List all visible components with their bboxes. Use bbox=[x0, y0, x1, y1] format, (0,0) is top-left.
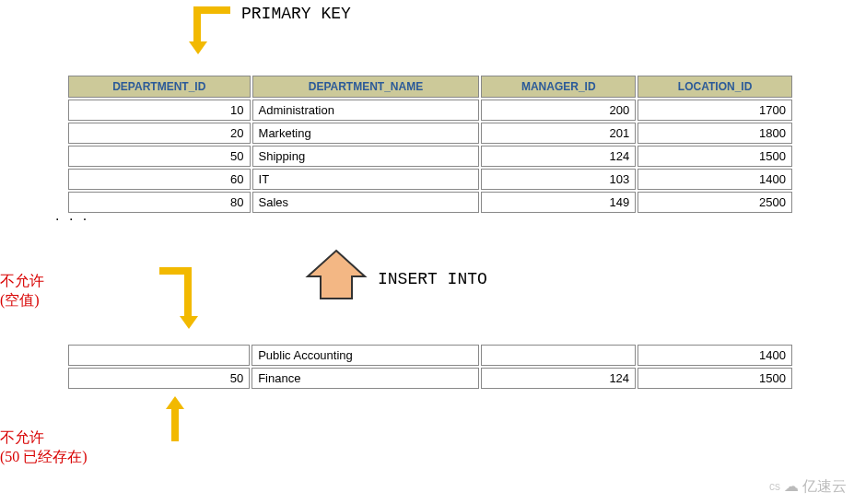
cloud-icon: ☁ bbox=[784, 478, 799, 494]
insert-rows-table: Public Accounting 1400 50 Finance 124 15… bbox=[66, 343, 794, 391]
watermark-brand: ☁ 亿速云 bbox=[784, 477, 847, 497]
cell-name: Administration bbox=[252, 100, 480, 121]
cell-name: Marketing bbox=[252, 123, 480, 144]
cell-loc: 1500 bbox=[638, 368, 792, 389]
label-insert-into: INSERT INTO bbox=[378, 270, 487, 288]
label-not-allowed-null: 不允许 (空值) bbox=[0, 272, 44, 311]
table-row: 50 Finance 124 1500 bbox=[68, 368, 792, 389]
col-department-name: DEPARTMENT_NAME bbox=[252, 76, 480, 98]
table-row: 60 IT 103 1400 bbox=[68, 169, 792, 190]
table-row: 10 Administration 200 1700 bbox=[68, 100, 792, 121]
cell-name: IT bbox=[252, 169, 480, 190]
cell-mgr: 149 bbox=[481, 192, 636, 213]
table-row: 20 Marketing 201 1800 bbox=[68, 123, 792, 144]
table-row: 50 Shipping 124 1500 bbox=[68, 146, 792, 167]
label-primary-key: PRIMARY KEY bbox=[241, 5, 351, 23]
cell-id: 50 bbox=[68, 368, 250, 389]
table-row: 80 Sales 149 2500 bbox=[68, 192, 792, 213]
cell-loc: 2500 bbox=[638, 192, 792, 213]
cell-loc: 1700 bbox=[638, 100, 792, 121]
cell-name: Public Accounting bbox=[252, 345, 479, 366]
cell-name: Sales bbox=[252, 192, 480, 213]
cell-id: 60 bbox=[68, 169, 251, 190]
label-line1: 不允许 bbox=[0, 272, 44, 291]
cell-id: 20 bbox=[68, 123, 251, 144]
cell-mgr: 124 bbox=[481, 368, 636, 389]
col-department-id: DEPARTMENT_ID bbox=[68, 76, 251, 98]
cell-id: 80 bbox=[68, 192, 251, 213]
cell-id: 10 bbox=[68, 100, 251, 121]
cell-name: Finance bbox=[252, 368, 479, 389]
col-manager-id: MANAGER_ID bbox=[481, 76, 636, 98]
cell-loc: 1500 bbox=[638, 146, 792, 167]
cell-name: Shipping bbox=[252, 146, 480, 167]
cell-id bbox=[68, 345, 250, 366]
ellipsis: . . . bbox=[55, 207, 89, 224]
col-location-id: LOCATION_ID bbox=[638, 76, 792, 98]
cell-mgr bbox=[481, 345, 636, 366]
watermark-cs: cs bbox=[769, 480, 780, 493]
table-header-row: DEPARTMENT_ID DEPARTMENT_NAME MANAGER_ID… bbox=[68, 76, 792, 98]
label-not-allowed-duplicate: 不允许 (50 已经存在) bbox=[0, 428, 88, 467]
svg-marker-0 bbox=[308, 251, 365, 299]
cell-mgr: 201 bbox=[481, 123, 636, 144]
cell-loc: 1800 bbox=[638, 123, 792, 144]
watermark-text: 亿速云 bbox=[802, 478, 847, 494]
label-line1: 不允许 bbox=[0, 428, 88, 448]
insert-into-arrow-icon bbox=[304, 249, 369, 304]
table-row: Public Accounting 1400 bbox=[68, 345, 792, 366]
label-line2: (50 已经存在) bbox=[0, 448, 88, 467]
cell-mgr: 200 bbox=[481, 100, 636, 121]
departments-table: DEPARTMENT_ID DEPARTMENT_NAME MANAGER_ID… bbox=[66, 74, 794, 215]
cell-loc: 1400 bbox=[638, 169, 792, 190]
label-line2: (空值) bbox=[0, 291, 44, 311]
cell-mgr: 103 bbox=[481, 169, 636, 190]
cell-loc: 1400 bbox=[638, 345, 792, 366]
cell-mgr: 124 bbox=[481, 146, 636, 167]
cell-id: 50 bbox=[68, 146, 251, 167]
